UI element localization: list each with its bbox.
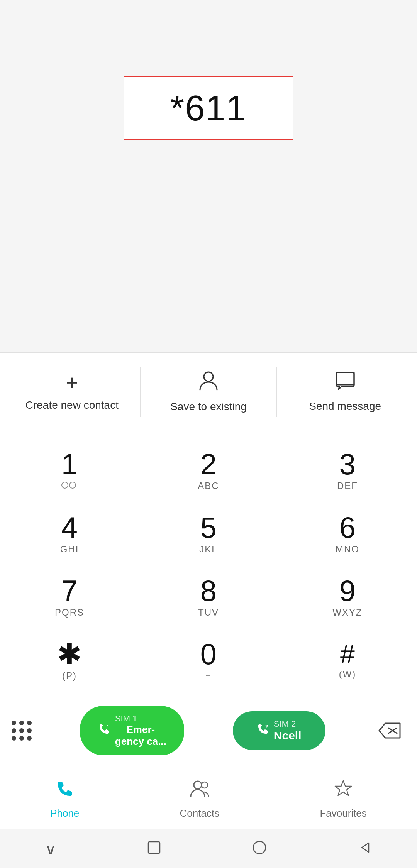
nav-down-button[interactable]: ∨ [45,841,56,858]
svg-point-11 [253,841,266,854]
number-display-box: *611 [124,76,293,140]
person-icon [198,371,219,394]
key-2[interactable]: 2 ABC [139,439,278,502]
dot [19,728,24,733]
key-7-letters: PQRS [55,607,84,618]
svg-point-7 [194,781,202,789]
dot [27,721,32,725]
svg-point-0 [204,372,213,381]
svg-marker-12 [362,843,369,852]
key-3-digit: 3 [339,450,356,479]
send-message-button[interactable]: Send message [277,367,413,417]
message-icon [335,371,356,394]
ncell-call-sim: SIM 2 [274,719,296,729]
key-6-letters: MNO [336,544,359,555]
key-hash[interactable]: # (W) [278,629,417,692]
star-nav-icon [333,779,353,804]
key-5[interactable]: 5 JKL [139,502,278,565]
nav-bar: Phone Contacts Favourites [0,768,417,829]
key-star-letters: (P) [62,670,77,681]
key-9-digit: 9 [339,576,356,606]
ncell-call-icon: 2 [257,723,269,738]
save-to-existing-label: Save to existing [170,401,247,413]
key-1[interactable]: 1 [0,439,139,502]
key-star-digit: ✱ [57,640,82,669]
key-7-digit: 7 [61,576,78,606]
action-bar: + Create new contact Save to existing Se… [0,352,417,431]
create-new-contact-label: Create new contact [25,399,119,411]
key-4[interactable]: 4 GHI [0,502,139,565]
key-6[interactable]: 6 MNO [278,502,417,565]
key-1-letters [61,481,78,491]
emergency-call-text: SIM 1 Emer-gency ca... [115,714,166,748]
emergency-call-name: Emer-gency ca... [115,724,166,748]
svg-text:1: 1 [107,724,109,729]
emergency-call-icon: 1 [98,723,110,738]
key-8[interactable]: 8 TUV [139,565,278,629]
dot [27,736,32,741]
key-9[interactable]: 9 WXYZ [278,565,417,629]
key-5-digit: 5 [200,513,217,542]
nav-favourites-label: Favourites [320,807,366,819]
plus-icon: + [66,372,78,393]
dot [12,721,16,725]
phone-nav-icon [55,779,75,804]
nav-phone-label: Phone [50,807,79,819]
send-message-label: Send message [309,400,381,413]
backspace-button[interactable] [374,718,405,743]
key-7[interactable]: 7 PQRS [0,565,139,629]
key-0-digit: 0 [200,640,217,669]
svg-rect-10 [148,842,160,853]
key-6-digit: 6 [339,513,356,542]
key-0-letters: + [205,670,212,681]
dot [19,736,24,741]
keypad: 1 2 ABC 3 DEF 4 GHI 5 JKL 6 MNO 7 PQRS 8… [0,431,417,696]
dot [12,736,16,741]
key-2-digit: 2 [200,450,217,479]
nav-phone[interactable]: Phone [50,779,79,819]
bottom-actions: 1 SIM 1 Emer-gency ca... 2 SIM 2 Ncell [0,696,417,768]
key-star[interactable]: ✱ (P) [0,629,139,692]
svg-text:2: 2 [265,724,268,729]
key-2-letters: ABC [198,481,219,491]
nav-contacts[interactable]: Contacts [180,779,220,819]
save-to-existing-button[interactable]: Save to existing [141,367,277,417]
nav-home-button[interactable] [252,840,267,859]
key-3[interactable]: 3 DEF [278,439,417,502]
ncell-call-button[interactable]: 2 SIM 2 Ncell [233,711,325,750]
key-9-letters: WXYZ [332,607,362,618]
key-4-letters: GHI [60,544,79,555]
nav-back-button[interactable] [358,841,372,858]
ncell-call-name: Ncell [274,729,302,742]
key-4-digit: 4 [61,513,78,542]
key-hash-digit: # [340,641,355,667]
key-3-letters: DEF [337,481,358,491]
dot [12,728,16,733]
nav-favourites[interactable]: Favourites [320,779,366,819]
emergency-call-sim: SIM 1 [115,714,137,724]
svg-marker-9 [335,781,351,795]
key-8-digit: 8 [200,576,217,606]
create-new-contact-button[interactable]: + Create new contact [4,367,141,417]
nav-contacts-label: Contacts [180,807,220,819]
svg-point-8 [202,782,208,788]
key-5-letters: JKL [199,544,217,555]
svg-point-2 [70,482,76,488]
dialer-top: *611 [0,0,417,201]
ncell-call-text: SIM 2 Ncell [274,719,302,742]
key-hash-letters: (W) [339,669,356,680]
dialpad-icon-button[interactable] [12,721,32,741]
dot [19,721,24,725]
dot [27,728,32,733]
emergency-call-button[interactable]: 1 SIM 1 Emer-gency ca... [80,706,184,755]
nav-recents-button[interactable] [147,840,161,858]
system-nav: ∨ [0,829,417,868]
number-display: *611 [170,88,246,129]
svg-point-1 [62,482,68,488]
contacts-nav-icon [189,779,210,804]
key-0[interactable]: 0 + [139,629,278,692]
spacer [0,201,417,352]
key-8-letters: TUV [198,607,219,618]
key-1-digit: 1 [61,450,78,479]
